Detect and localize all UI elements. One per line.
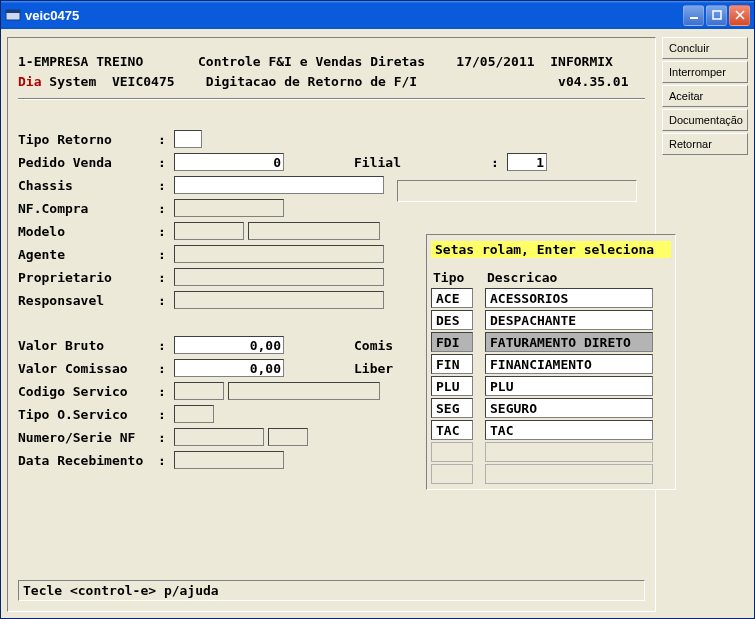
popup-row[interactable] [431, 463, 671, 485]
popup-row[interactable]: TACTAC [431, 419, 671, 441]
agente-field [174, 245, 384, 263]
popup-row[interactable]: FINFINANCIAMENTO [431, 353, 671, 375]
app-icon [5, 7, 21, 23]
label-tipo-retorno: Tipo Retorno [18, 132, 158, 147]
label-responsavel: Responsavel [18, 293, 158, 308]
label-chassis: Chassis [18, 178, 158, 193]
popup-cell-desc: FATURAMENTO DIRETO [485, 332, 653, 352]
popup-cell-tipo: FIN [431, 354, 473, 374]
lookup-popup: Setas rolam, Enter seleciona Tipo Descri… [426, 234, 676, 490]
popup-row[interactable]: FDIFATURAMENTO DIRETO [431, 331, 671, 353]
status-bar: Tecle <control-e> p/ajuda [18, 580, 645, 601]
label-valor-bruto: Valor Bruto [18, 338, 158, 353]
label-data-recebimento: Data Recebimento [18, 453, 158, 468]
codigo-servico-field [174, 382, 224, 400]
svg-rect-1 [6, 10, 20, 13]
popup-list[interactable]: ACEACESSORIOSDESDESPACHANTEFDIFATURAMENT… [431, 287, 671, 485]
popup-cell-desc [485, 442, 653, 462]
maximize-button[interactable] [706, 5, 727, 26]
label-valor-comissao: Valor Comissao [18, 361, 158, 376]
popup-row[interactable]: ACEACESSORIOS [431, 287, 671, 309]
pedido-venda-field[interactable] [174, 153, 284, 171]
concluir-button[interactable]: Concluir [662, 37, 748, 59]
label-proprietario: Proprietario [18, 270, 158, 285]
popup-cell-desc: FINANCIAMENTO [485, 354, 653, 374]
svg-rect-3 [713, 11, 721, 19]
header-divider [18, 98, 645, 100]
valor-comissao-field[interactable] [174, 359, 284, 377]
main-panel: 1-EMPRESA TREINO Controle F&I e Vendas D… [7, 37, 656, 612]
nf-compra-field [174, 199, 284, 217]
popup-cell-tipo: TAC [431, 420, 473, 440]
valor-bruto-field[interactable] [174, 336, 284, 354]
popup-row[interactable] [431, 441, 671, 463]
serie-nf-field [268, 428, 308, 446]
popup-cell-desc: SEGURO [485, 398, 653, 418]
popup-col-tipo: Tipo [433, 270, 475, 285]
label-filial: Filial [354, 155, 401, 170]
label-pedido-venda: Pedido Venda [18, 155, 158, 170]
popup-cell-desc: ACESSORIOS [485, 288, 653, 308]
label-agente: Agente [18, 247, 158, 262]
responsavel-field [174, 291, 384, 309]
aceitar-button[interactable]: Aceitar [662, 85, 748, 107]
modelo-field [174, 222, 244, 240]
label-modelo: Modelo [18, 224, 158, 239]
popup-cell-desc: PLU [485, 376, 653, 396]
chassis-field[interactable] [174, 176, 384, 194]
label-tipo-oservico: Tipo O.Servico [18, 407, 158, 422]
close-button[interactable] [729, 5, 750, 26]
codigo-servico-desc-field [228, 382, 380, 400]
popup-cell-desc: DESPACHANTE [485, 310, 653, 330]
titlebar: veic0475 [1, 1, 754, 29]
svg-rect-2 [690, 17, 698, 19]
filial-field[interactable] [507, 153, 547, 171]
popup-cell-tipo: SEG [431, 398, 473, 418]
minimize-button[interactable] [683, 5, 704, 26]
popup-hint: Setas rolam, Enter seleciona [431, 241, 671, 258]
popup-cell-tipo: PLU [431, 376, 473, 396]
label-codigo-servico: Codigo Servico [18, 384, 158, 399]
tipo-oservico-field [174, 405, 214, 423]
numero-nf-field [174, 428, 264, 446]
app-window: veic0475 1-EMPRESA TREINO Controle F&I e… [0, 0, 755, 619]
label-comis: Comis [354, 338, 393, 353]
popup-col-desc: Descricao [487, 270, 557, 285]
popup-cell-tipo: ACE [431, 288, 473, 308]
popup-cell-desc: TAC [485, 420, 653, 440]
popup-row[interactable]: SEGSEGURO [431, 397, 671, 419]
proprietario-field [174, 268, 384, 286]
popup-cell-tipo: DES [431, 310, 473, 330]
window-title: veic0475 [25, 8, 79, 23]
popup-cell-tipo [431, 464, 473, 484]
label-liber: Liber [354, 361, 393, 376]
header-block: 1-EMPRESA TREINO Controle F&I e Vendas D… [18, 52, 645, 92]
modelo-desc-field [248, 222, 380, 240]
label-nf-compra: NF.Compra [18, 201, 158, 216]
data-recebimento-field [174, 451, 284, 469]
popup-cell-desc [485, 464, 653, 484]
popup-row[interactable]: DESDESPACHANTE [431, 309, 671, 331]
tipo-retorno-field[interactable] [174, 130, 202, 148]
documentacao-button[interactable]: Documentação [662, 109, 748, 131]
popup-cell-tipo: FDI [431, 332, 473, 352]
popup-row[interactable]: PLUPLU [431, 375, 671, 397]
label-numero-serie-nf: Numero/Serie NF [18, 430, 158, 445]
retornar-button[interactable]: Retornar [662, 133, 748, 155]
popup-cell-tipo [431, 442, 473, 462]
interromper-button[interactable]: Interromper [662, 61, 748, 83]
